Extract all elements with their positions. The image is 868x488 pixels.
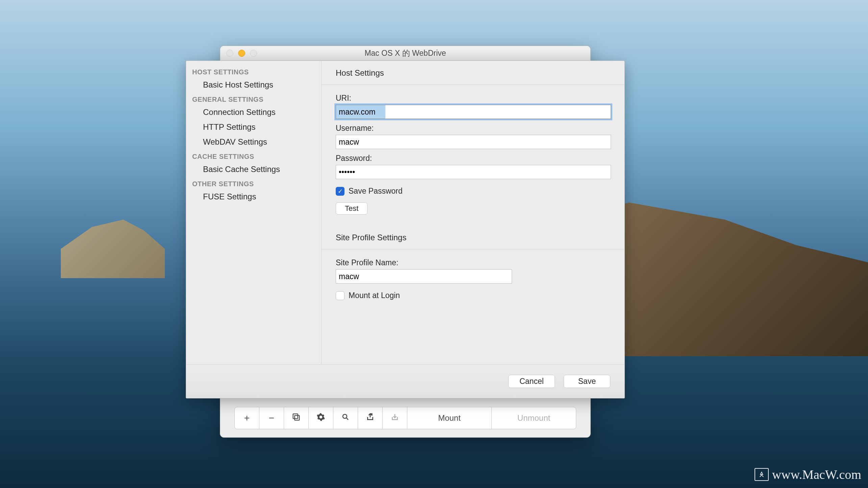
inspect-button[interactable] xyxy=(333,407,358,429)
svg-rect-0 xyxy=(295,415,299,420)
duplicate-button[interactable] xyxy=(284,407,309,429)
sidebar-item-connection[interactable]: Connection Settings xyxy=(186,105,321,120)
cancel-label: Cancel xyxy=(519,377,544,386)
svg-line-3 xyxy=(347,418,348,420)
mount-login-label: Mount at Login xyxy=(349,291,400,300)
profile-name-input[interactable] xyxy=(336,269,512,284)
sheet-footer: Cancel Save xyxy=(186,364,624,398)
watermark: www.MacW.com xyxy=(755,467,861,482)
settings-button[interactable] xyxy=(309,407,333,429)
sidebar-header-general: GENERAL SETTINGS xyxy=(186,92,321,105)
sidebar-item-http[interactable]: HTTP Settings xyxy=(186,120,321,135)
import-icon xyxy=(390,413,399,424)
check-icon: ✓ xyxy=(338,188,343,195)
sidebar-item-fuse[interactable]: FUSE Settings xyxy=(186,189,321,204)
settings-sheet: HOST SETTINGS Basic Host Settings GENERA… xyxy=(186,60,625,398)
uri-label: URI: xyxy=(336,94,611,103)
titlebar: Mac OS X 的 WebDrive xyxy=(220,46,590,61)
save-password-label: Save Password xyxy=(349,187,403,196)
password-label: Password: xyxy=(336,154,611,163)
watermark-icon xyxy=(755,468,769,481)
save-button[interactable]: Save xyxy=(564,375,610,388)
sheet-body: HOST SETTINGS Basic Host Settings GENERA… xyxy=(186,61,624,364)
host-settings-title: Host Settings xyxy=(322,61,624,85)
window-title: Mac OS X 的 WebDrive xyxy=(220,48,590,58)
export-button[interactable] xyxy=(358,407,383,429)
unmount-button[interactable]: Unmount xyxy=(492,407,576,429)
test-button[interactable]: Test xyxy=(336,202,367,215)
sidebar-item-webdav[interactable]: WebDAV Settings xyxy=(186,135,321,149)
bottom-toolbar: + − xyxy=(234,407,576,429)
minus-icon: − xyxy=(269,413,274,423)
sidebar-header-host: HOST SETTINGS xyxy=(186,65,321,77)
mount-login-checkbox[interactable] xyxy=(336,291,344,300)
mount-login-row[interactable]: Mount at Login xyxy=(336,291,611,300)
save-password-checkbox[interactable]: ✓ xyxy=(336,187,344,196)
password-input[interactable] xyxy=(336,165,611,179)
profile-name-label: Site Profile Name: xyxy=(336,258,611,267)
uri-input[interactable] xyxy=(336,105,611,119)
save-label: Save xyxy=(578,377,596,386)
export-icon xyxy=(366,413,375,424)
mount-label: Mount xyxy=(438,413,461,423)
sidebar-item-basic-host[interactable]: Basic Host Settings xyxy=(186,77,321,92)
host-settings-form: URI: Username: Password: ✓ Save Password… xyxy=(322,85,624,218)
svg-point-2 xyxy=(343,414,347,418)
watermark-text: www.MacW.com xyxy=(772,467,861,482)
gear-icon xyxy=(316,413,325,424)
import-button[interactable] xyxy=(383,407,407,429)
remove-button[interactable]: − xyxy=(259,407,284,429)
save-password-row[interactable]: ✓ Save Password xyxy=(336,187,611,196)
copy-icon xyxy=(291,412,301,424)
settings-content: Host Settings URI: Username: Password: ✓… xyxy=(322,61,624,364)
sidebar-header-cache: CACHE SETTINGS xyxy=(186,149,321,162)
cancel-button[interactable]: Cancel xyxy=(508,375,555,388)
site-profile-title: Site Profile Settings xyxy=(322,225,624,249)
add-button[interactable]: + xyxy=(235,407,259,429)
sidebar-header-other: OTHER SETTINGS xyxy=(186,177,321,189)
username-label: Username: xyxy=(336,124,611,133)
magnify-icon xyxy=(341,413,350,423)
unmount-label: Unmount xyxy=(517,413,550,423)
plus-icon: + xyxy=(244,413,250,423)
mount-button[interactable]: Mount xyxy=(407,407,492,429)
settings-sidebar: HOST SETTINGS Basic Host Settings GENERA… xyxy=(186,61,322,364)
sidebar-item-basic-cache[interactable]: Basic Cache Settings xyxy=(186,162,321,177)
username-input[interactable] xyxy=(336,135,611,149)
background-decor xyxy=(61,205,165,278)
svg-rect-1 xyxy=(293,414,298,418)
test-label: Test xyxy=(345,204,358,213)
site-profile-form: Site Profile Name: Mount at Login xyxy=(322,249,624,310)
